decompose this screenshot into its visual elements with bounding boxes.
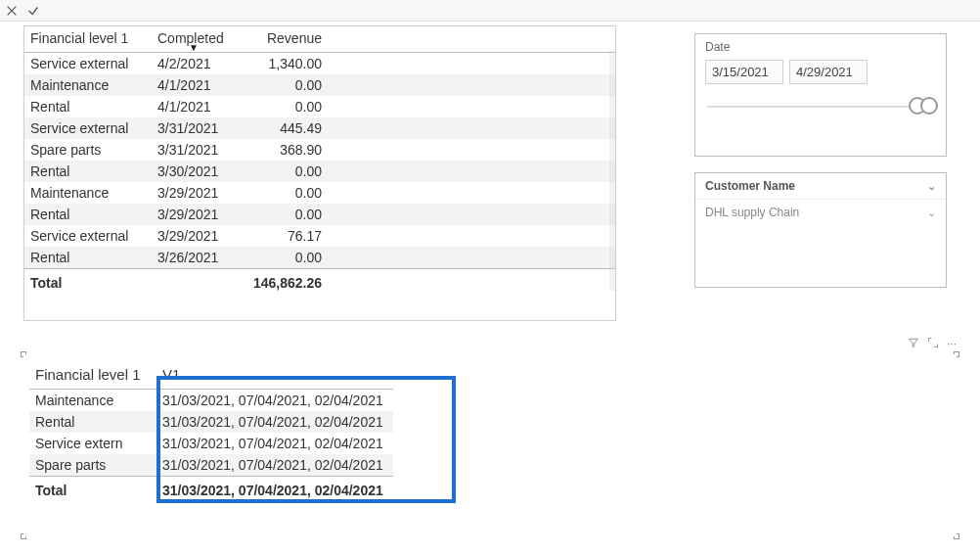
sort-desc-icon: ▼ bbox=[189, 42, 199, 53]
focus-mode-icon[interactable] bbox=[927, 337, 939, 351]
table-row[interactable]: Maintenance3/29/20210.00 bbox=[24, 182, 615, 204]
table-row[interactable]: Rental3/29/20210.00 bbox=[24, 204, 615, 225]
table-row[interactable]: Maintenance4/1/20210.00 bbox=[24, 74, 615, 96]
table-row[interactable]: Rental3/26/20210.00 bbox=[24, 247, 615, 269]
total-label: Total bbox=[29, 477, 156, 502]
col-revenue[interactable]: Revenue bbox=[240, 26, 328, 53]
col-financial-level[interactable]: Financial level 1 bbox=[24, 26, 152, 53]
formula-bar-strip bbox=[0, 0, 980, 22]
table-row[interactable]: Service external4/2/20211,340.00 bbox=[24, 53, 615, 75]
table-row[interactable]: Spare parts3/31/2021368.90 bbox=[24, 139, 615, 161]
date-slider-handle-right[interactable] bbox=[920, 97, 938, 115]
date-slicer[interactable]: Date 3/15/2021 4/29/2021 bbox=[694, 33, 947, 157]
v1-table-visual[interactable]: ··· Financial level 1 V1 Maintenance31/0… bbox=[23, 354, 957, 536]
table-row[interactable]: Rental4/1/20210.00 bbox=[24, 96, 615, 117]
customer-slicer[interactable]: Customer Name ⌄ DHL supply Chain ⌄ bbox=[694, 172, 947, 288]
chevron-down-icon: ⌄ bbox=[927, 207, 936, 219]
col-v1[interactable]: V1 bbox=[156, 362, 393, 390]
revenue-table: Financial level 1 Completed ▼ Revenue Se… bbox=[24, 26, 615, 294]
close-icon[interactable] bbox=[4, 3, 20, 19]
table-row[interactable]: Service external3/31/2021445.49 bbox=[24, 117, 615, 139]
chevron-down-icon: ⌄ bbox=[927, 180, 936, 193]
total-value: 146,862.26 bbox=[240, 269, 328, 295]
table-row[interactable]: Service external3/29/202176.17 bbox=[24, 225, 615, 247]
filter-icon[interactable] bbox=[908, 337, 919, 351]
scrollbar[interactable] bbox=[609, 50, 615, 291]
date-from-input[interactable]: 3/15/2021 bbox=[705, 60, 783, 84]
customer-slicer-header[interactable]: Customer Name ⌄ bbox=[695, 173, 946, 200]
table-row[interactable]: Rental31/03/2021, 07/04/2021, 02/04/2021 bbox=[29, 411, 393, 433]
more-options-icon[interactable]: ··· bbox=[947, 337, 957, 351]
table-row[interactable]: Spare parts31/03/2021, 07/04/2021, 02/04… bbox=[29, 454, 393, 477]
total-value: 31/03/2021, 07/04/2021, 02/04/2021 bbox=[156, 477, 393, 502]
total-label: Total bbox=[24, 269, 152, 295]
date-slider-track[interactable] bbox=[707, 106, 934, 108]
col-financial-level[interactable]: Financial level 1 bbox=[29, 362, 156, 390]
report-canvas: Financial level 1 Completed ▼ Revenue Se… bbox=[0, 22, 980, 555]
table-row[interactable]: Maintenance31/03/2021, 07/04/2021, 02/04… bbox=[29, 390, 393, 412]
date-slicer-title: Date bbox=[695, 34, 946, 56]
date-to-input[interactable]: 4/29/2021 bbox=[789, 60, 868, 84]
customer-selected[interactable]: DHL supply Chain ⌄ bbox=[695, 200, 946, 225]
visual-header-icons: ··· bbox=[908, 337, 957, 351]
table-row[interactable]: Service extern31/03/2021, 07/04/2021, 02… bbox=[29, 433, 393, 454]
confirm-icon[interactable] bbox=[25, 3, 41, 19]
col-completed[interactable]: Completed ▼ bbox=[152, 26, 240, 53]
v1-table-body: Financial level 1 V1 Maintenance31/03/20… bbox=[23, 354, 957, 536]
revenue-table-visual[interactable]: Financial level 1 Completed ▼ Revenue Se… bbox=[23, 25, 616, 321]
table-row[interactable]: Rental3/30/20210.00 bbox=[24, 161, 615, 182]
